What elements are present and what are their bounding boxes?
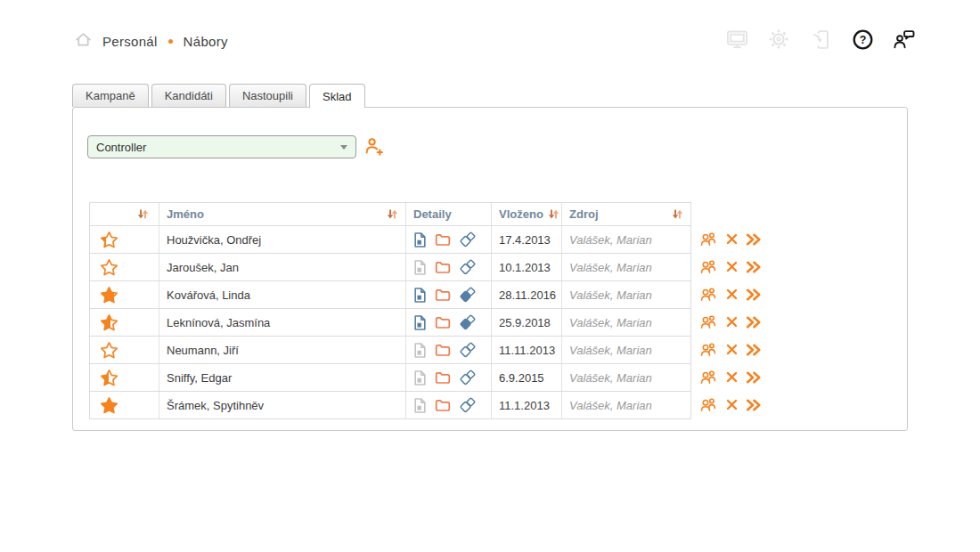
- double-chevron-right-icon[interactable]: [746, 261, 761, 273]
- source-cell: Valášek, Marian: [562, 254, 690, 280]
- folder-icon[interactable]: [435, 316, 451, 329]
- folder-icon[interactable]: [435, 288, 451, 302]
- people-icon[interactable]: [700, 314, 718, 329]
- favorite-star-icon[interactable]: [100, 341, 118, 360]
- name-cell[interactable]: Kovářová, Linda: [159, 281, 406, 308]
- row-actions: [700, 225, 761, 253]
- double-chevron-right-icon[interactable]: [746, 344, 761, 356]
- details-cell: [406, 364, 492, 391]
- people-icon[interactable]: [700, 397, 718, 412]
- people-icon[interactable]: [700, 369, 718, 385]
- close-icon[interactable]: [726, 344, 738, 355]
- inserted-cell: 11.11.2013: [492, 337, 562, 363]
- double-chevron-right-icon[interactable]: [746, 288, 761, 301]
- document-icon[interactable]: [413, 398, 427, 413]
- tab-kampane[interactable]: Kampaně: [72, 84, 149, 107]
- favorite-star-icon[interactable]: [100, 231, 118, 249]
- people-icon[interactable]: [700, 259, 718, 274]
- name-cell[interactable]: Neumann, Jiří: [159, 337, 406, 363]
- close-icon[interactable]: [726, 233, 738, 245]
- close-icon[interactable]: [726, 371, 738, 383]
- close-icon[interactable]: [726, 288, 738, 300]
- tab-sklad[interactable]: Sklad: [309, 84, 365, 108]
- breadcrumb-nabory[interactable]: Nábory: [184, 34, 228, 49]
- header-source: Zdroj: [562, 203, 690, 225]
- folder-icon[interactable]: [435, 344, 451, 357]
- tags-icon[interactable]: [459, 369, 477, 386]
- home-icon[interactable]: [75, 32, 92, 50]
- inserted-cell: 11.1.2013: [492, 392, 562, 418]
- header-inserted-label: Vloženo: [499, 207, 543, 221]
- inserted-date: 10.1.2013: [499, 261, 551, 274]
- favorite-cell: [90, 392, 159, 418]
- favorite-star-icon[interactable]: [100, 369, 118, 387]
- document-icon[interactable]: [413, 260, 427, 275]
- tags-icon[interactable]: [459, 342, 477, 358]
- source-cell: Valášek, Marian: [562, 337, 690, 363]
- header-source-label: Zdroj: [569, 207, 599, 221]
- close-icon[interactable]: [726, 316, 738, 328]
- chevron-down-icon: [340, 145, 347, 150]
- tags-icon[interactable]: [459, 314, 477, 330]
- breadcrumb-personal[interactable]: Personál: [102, 34, 158, 49]
- double-chevron-right-icon[interactable]: [746, 371, 761, 384]
- name-cell[interactable]: Leknínová, Jasmína: [159, 309, 406, 336]
- favorite-star-icon[interactable]: [100, 313, 118, 332]
- people-icon[interactable]: [700, 231, 718, 247]
- close-icon[interactable]: [726, 261, 738, 272]
- sort-name-icon[interactable]: [387, 208, 398, 220]
- inserted-cell: 6.9.2015: [492, 364, 562, 391]
- inserted-cell: 17.4.2013: [492, 226, 562, 253]
- folder-icon[interactable]: [435, 233, 451, 247]
- favorite-star-icon[interactable]: [100, 286, 118, 304]
- name-cell[interactable]: Houžvička, Ondřej: [159, 226, 406, 253]
- settings-gear-icon[interactable]: [767, 28, 790, 51]
- tab-kandidati[interactable]: Kandidáti: [151, 84, 226, 107]
- header-inserted: Vloženo: [492, 203, 562, 225]
- inserted-cell: 25.9.2018: [492, 309, 562, 336]
- folder-icon[interactable]: [435, 399, 451, 412]
- document-icon[interactable]: [413, 370, 427, 386]
- row-actions: [700, 363, 761, 391]
- document-icon[interactable]: [413, 343, 427, 358]
- double-chevron-right-icon[interactable]: [746, 233, 761, 246]
- details-cell: [406, 226, 492, 253]
- position-filter-select[interactable]: Controller: [87, 135, 356, 158]
- import-document-icon[interactable]: [809, 28, 832, 51]
- close-icon[interactable]: [726, 399, 738, 410]
- name-cell[interactable]: Sniffy, Edgar: [159, 364, 406, 391]
- sort-favorite-icon[interactable]: [137, 208, 149, 220]
- tags-icon[interactable]: [459, 231, 477, 248]
- folder-icon[interactable]: [435, 261, 451, 274]
- source-name: Valášek, Marian: [569, 399, 652, 412]
- folder-icon[interactable]: [435, 371, 451, 385]
- tab-bar: Kampaně Kandidáti Nastoupili Sklad: [72, 84, 365, 108]
- name-cell[interactable]: Šrámek, Spytihněv: [159, 392, 406, 418]
- people-icon[interactable]: [700, 342, 718, 357]
- tab-nastoupili[interactable]: Nastoupili: [229, 84, 306, 107]
- document-icon[interactable]: [413, 315, 427, 330]
- tags-icon[interactable]: [459, 259, 477, 275]
- monitor-icon[interactable]: [725, 28, 748, 51]
- candidate-name: Houžvička, Ondřej: [167, 233, 261, 247]
- double-chevron-right-icon[interactable]: [746, 316, 761, 329]
- favorite-star-icon[interactable]: [100, 258, 118, 277]
- help-icon[interactable]: ?: [851, 28, 874, 51]
- add-person-icon[interactable]: [364, 136, 384, 159]
- tags-icon[interactable]: [459, 397, 477, 413]
- name-cell[interactable]: Jaroušek, Jan: [159, 254, 406, 280]
- candidate-name: Kovářová, Linda: [167, 288, 250, 302]
- candidate-name: Jaroušek, Jan: [167, 261, 239, 274]
- tags-icon[interactable]: [459, 287, 477, 303]
- document-icon[interactable]: [413, 288, 427, 303]
- document-icon[interactable]: [413, 232, 427, 248]
- position-filter-value: Controller: [96, 141, 146, 154]
- sort-source-icon[interactable]: [672, 208, 683, 220]
- feedback-person-icon[interactable]: [893, 28, 916, 51]
- header-details-label: Detaily: [413, 207, 452, 221]
- favorite-star-icon[interactable]: [100, 396, 118, 415]
- people-icon[interactable]: [700, 287, 718, 302]
- double-chevron-right-icon[interactable]: [746, 399, 761, 411]
- sort-inserted-icon[interactable]: [548, 208, 559, 220]
- source-cell: Valášek, Marian: [562, 281, 690, 308]
